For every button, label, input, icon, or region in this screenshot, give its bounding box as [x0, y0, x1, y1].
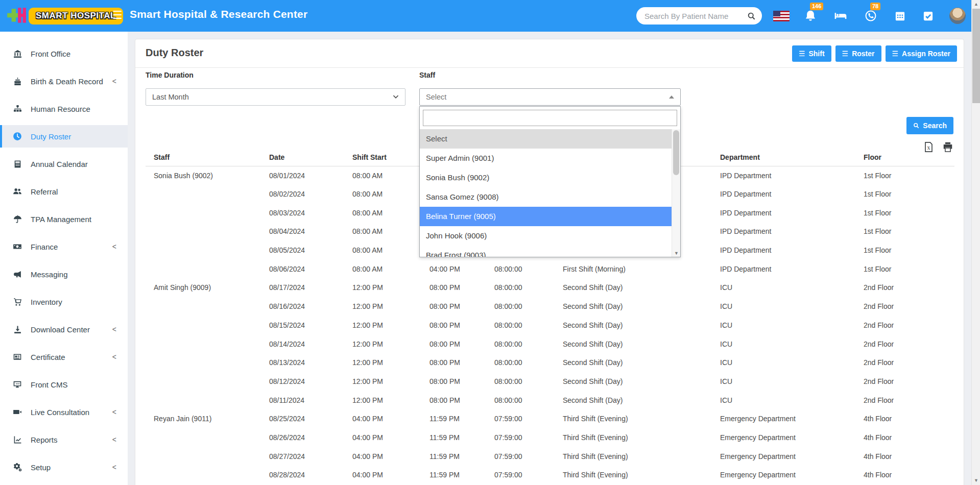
table-row: 08/12/2024 12:00 PM 08:00 PM 08:00:00 Se…: [146, 372, 954, 391]
cell-department: IPD Department: [720, 185, 864, 204]
cell-staff: Amit Singh (9009): [146, 278, 269, 297]
user-avatar: [949, 8, 966, 24]
sidebar-item-front-cms[interactable]: Front CMS: [0, 373, 128, 396]
cell-date: 08/28/2024: [269, 466, 352, 484]
referral-users-icon: [12, 186, 22, 197]
cell-floor: 2nd Floor: [864, 278, 954, 297]
staff-option[interactable]: Select: [420, 129, 672, 149]
app-title: Smart Hospital & Research Center: [130, 8, 307, 20]
column-header: Department: [720, 149, 864, 166]
staff-option[interactable]: Sonia Bush (9002): [420, 168, 672, 187]
cell-date: 08/14/2024: [269, 334, 352, 353]
staff-option[interactable]: Brad Frost (9003): [420, 246, 672, 257]
whatsapp-icon: [865, 10, 877, 22]
cell-shift-end: 04:00 PM: [429, 259, 494, 278]
messaging-megaphone-icon: [12, 269, 22, 279]
calendar-button[interactable]: [891, 7, 909, 25]
roster-button[interactable]: ☰ Roster: [835, 45, 881, 62]
notifications-button[interactable]: 146: [802, 7, 819, 25]
ipd-beds-button[interactable]: [832, 7, 849, 25]
cell-shift-start: 12:00 PM: [352, 316, 429, 335]
cell-shift: Second Shift (Day): [563, 353, 720, 372]
chevron-left-icon: <: [112, 77, 116, 85]
staff-option[interactable]: John Hook (9006): [420, 226, 672, 246]
assign-roster-button[interactable]: ☰ Assign Roster: [886, 45, 957, 62]
staff-option[interactable]: Super Admin (9001): [420, 149, 672, 168]
page-scrollbar[interactable]: ▲ ▼: [971, 0, 980, 485]
sidebar-item-finance[interactable]: Finance <: [0, 235, 128, 258]
sidebar-item-birth-death-record[interactable]: Birth & Death Record <: [0, 70, 128, 92]
sidebar-item-download-center[interactable]: Download Center <: [0, 318, 128, 341]
search-icon[interactable]: [747, 12, 756, 20]
scroll-down-icon[interactable]: ▼: [972, 476, 980, 485]
language-flag-button[interactable]: [773, 7, 790, 25]
time-duration-select[interactable]: Last Month: [146, 88, 405, 106]
search-button[interactable]: Search: [906, 117, 953, 134]
cell-staff: [146, 241, 269, 260]
table-row: 08/13/2024 12:00 PM 08:00 PM 08:00:00 Se…: [146, 353, 954, 372]
table-row: Amit Singh (9009) 08/17/2024 12:00 PM 08…: [146, 278, 954, 297]
cell-date: 08/16/2024: [269, 297, 352, 316]
sidebar-item-annual-calendar[interactable]: Annual Calendar: [0, 153, 128, 175]
cell-duration: 08:00:00: [494, 259, 563, 278]
sidebar-item-certificate[interactable]: Certificate <: [0, 346, 128, 368]
cell-date: 08/15/2024: [269, 316, 352, 335]
cell-department: Emergency Department: [720, 466, 864, 484]
cell-shift-end: 08:00 PM: [429, 353, 494, 372]
cell-date: 08/13/2024: [269, 353, 352, 372]
sidebar-item-human-resource[interactable]: Human Resource: [0, 98, 128, 120]
tasks-button[interactable]: [919, 7, 937, 25]
cell-department: ICU: [720, 278, 864, 297]
cell-shift: Third Shift (Evening): [563, 409, 720, 428]
staff-option[interactable]: Belina Turner (9005): [420, 207, 672, 226]
page-title: Duty Roster: [146, 47, 203, 59]
dropdown-scrollbar[interactable]: ▼: [672, 129, 680, 257]
staff-option[interactable]: Sansa Gomez (9008): [420, 187, 672, 207]
sidebar-item-messaging[interactable]: Messaging: [0, 263, 128, 285]
sidebar-item-inventory[interactable]: Inventory: [0, 290, 128, 313]
menu-toggle-icon[interactable]: ☰: [112, 9, 123, 22]
user-menu-button[interactable]: [949, 7, 966, 25]
dropdown-scrollbar-thumb[interactable]: [673, 130, 679, 175]
table-row: Reyan Jain (9011) 08/25/2024 04:00 PM 11…: [146, 409, 954, 428]
download-icon: [12, 324, 22, 334]
inventory-trolley-icon: [12, 297, 22, 307]
time-duration-label: Time Duration: [146, 71, 194, 79]
cell-staff: [146, 428, 269, 447]
sidebar-item-live-consultation[interactable]: Live Consultation <: [0, 401, 128, 423]
cell-shift-start: 04:00 PM: [352, 447, 429, 466]
sidebar-item-referral[interactable]: Referral: [0, 180, 128, 203]
header-actions: ☰ Shift ☰ Roster ☰ Assign Roster: [792, 45, 957, 62]
cell-shift-start: 08:00 AM: [352, 185, 429, 204]
task-check-icon: [922, 10, 934, 22]
bell-icon: [804, 10, 817, 22]
duty-roster-card: Duty Roster ☰ Shift ☰ Roster ☰ Assign Ro…: [135, 39, 964, 485]
cell-shift-end: 11:59 PM: [429, 409, 494, 428]
sidebar-item-duty-roster[interactable]: Duty Roster: [0, 125, 128, 148]
certificate-icon: [12, 352, 22, 362]
whatsapp-button[interactable]: 78: [862, 7, 879, 25]
scrollbar-thumb[interactable]: [972, 9, 980, 103]
patient-search-input[interactable]: [644, 12, 747, 20]
staff-dropdown-search-input[interactable]: [423, 110, 677, 126]
sidebar-item-tpa-management[interactable]: TPA Management: [0, 208, 128, 230]
shift-button[interactable]: ☰ Shift: [792, 45, 831, 62]
cell-floor: 1st Floor: [864, 166, 954, 185]
cell-department: IPD Department: [720, 166, 864, 185]
sidebar-item-reports[interactable]: Reports <: [0, 428, 128, 451]
cell-floor: 1st Floor: [864, 259, 954, 278]
scroll-up-icon[interactable]: ▲: [972, 0, 980, 9]
cell-date: 08/26/2024: [269, 428, 352, 447]
cell-date: 08/11/2024: [269, 391, 352, 409]
birth-death-icon: [12, 76, 22, 86]
notification-badge: 146: [810, 3, 823, 10]
app-logo[interactable]: SMART HOSPITAL: [5, 4, 123, 28]
cell-department: Emergency Department: [720, 409, 864, 428]
staff-select[interactable]: Select: [419, 88, 681, 106]
sidebar-item-front-office[interactable]: Front Office: [0, 42, 128, 65]
dropdown-scroll-down-icon[interactable]: ▼: [672, 251, 680, 256]
calendar-icon: [894, 10, 906, 22]
sidebar-item-setup[interactable]: Setup <: [0, 456, 128, 478]
cell-staff: [146, 447, 269, 466]
column-header: Staff: [146, 149, 269, 166]
